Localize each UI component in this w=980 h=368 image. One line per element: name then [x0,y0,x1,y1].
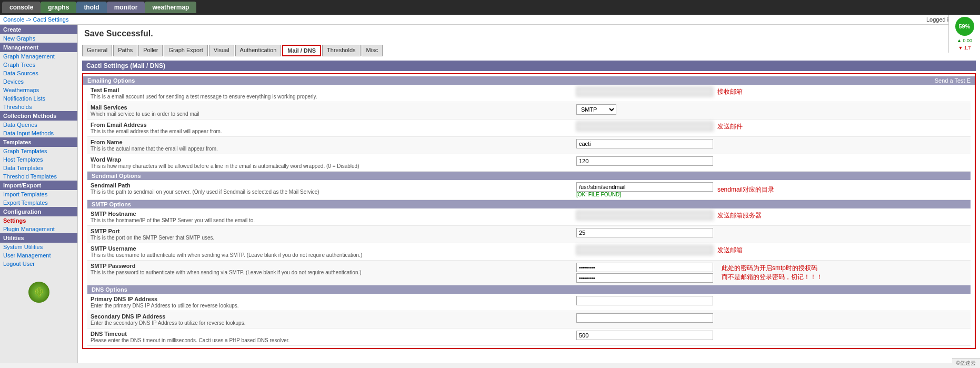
word-wrap-input[interactable] [576,156,713,166]
tab-graph-export[interactable]: Graph Export [164,45,207,56]
sendmail-path-desc: This is the path to sendmail on your ser… [91,189,570,195]
tab-general[interactable]: General [82,45,112,56]
sidebar-item-host-templates[interactable]: Host Templates [0,155,77,164]
nav-tab-monitor[interactable]: monitor [107,2,145,13]
sidebar-item-export-templates[interactable]: Export Templates [0,198,77,207]
status-circle: 59% [955,17,974,36]
tab-thresholds[interactable]: Thresholds [322,45,360,56]
table-row: From Email Address This is the email add… [87,120,971,137]
smtp-password-input[interactable] [576,263,713,272]
sidebar-item-plugin-management[interactable]: Plugin Management [0,225,77,233]
smtp-password-confirm-input[interactable] [576,273,713,283]
word-wrap-label: Word Wrap [91,156,570,163]
bottom-bar: ©亿速云 [952,358,980,363]
smtp-hostname-label: SMTP Hostname [91,211,570,217]
tab-mail-dns[interactable]: Mail / DNS [282,45,321,56]
emailing-options-table: Test Email This is a email account used … [87,85,971,172]
dns-timeout-input[interactable] [576,331,713,340]
right-stats-panel: 59% ▲ 0.00 ▼ 1.7 [948,15,980,53]
word-wrap-desc: This is how many characters will be allo… [91,163,570,169]
test-email-desc: This is a email account used for sending… [91,94,570,100]
sidebar-item-threshold-templates[interactable]: Threshold Templates [0,172,77,181]
smtp-port-label: SMTP Port [91,228,570,234]
sidebar-item-graph-templates[interactable]: Graph Templates [0,147,77,155]
secondary-dns-desc: Enter the secondary DNS IP Address to ut… [91,320,570,326]
sendmail-path-input[interactable] [576,182,713,192]
smtp-hostname-input[interactable] [576,211,713,220]
smtp-username-input[interactable] [576,245,713,255]
stat-down: ▼ 1.7 [958,45,971,51]
dns-options-header: DNS Options [87,285,971,294]
send-test-label: Send a Test E [935,77,971,84]
sidebar-item-notification-lists[interactable]: Notification Lists [0,94,77,103]
sidebar-item-new-graphs[interactable]: New Graphs [0,34,77,43]
sidebar-item-data-queries[interactable]: Data Queries [0,121,77,129]
tab-authentication[interactable]: Authentication [235,45,282,56]
sendmail-options-table: Sendmail Path This is the path to sendma… [87,180,971,200]
nav-tab-console[interactable]: console [2,2,41,13]
from-email-label: From Email Address [91,122,570,128]
content-area: Save Successful. General Paths Poller Gr… [78,25,980,363]
sidebar-header-configuration: Configuration [0,207,77,216]
from-email-desc: This is the email address that the email… [91,128,570,134]
table-row: SMTP Password This is the password to au… [87,261,971,285]
top-nav: console graphs thold monitor weathermap [0,0,980,15]
sidebar-item-settings[interactable]: Settings [0,216,77,225]
sidebar-item-logout[interactable]: Logout User [0,260,77,268]
dns-timeout-label: DNS Timeout [91,331,570,337]
breadcrumb-settings[interactable]: Cacti Settings [33,16,69,23]
smtp-port-desc: This is the port on the SMTP Server that… [91,235,570,241]
nav-tab-weathermap[interactable]: weathermap [145,2,196,13]
sidebar-item-weathermaps[interactable]: Weathermaps [0,86,77,94]
breadcrumb-console[interactable]: Console [3,16,24,23]
sidebar-item-graph-management[interactable]: Graph Management [0,52,77,61]
sidebar-item-data-templates[interactable]: Data Templates [0,164,77,172]
test-email-input[interactable] [576,87,713,96]
sendmail-options-header: Sendmail Options [87,172,971,180]
form-container: Emailing Options Send a Test E Test Emai… [82,73,976,349]
dns-timeout-desc: Please enter the DNS timeout in millisec… [91,337,570,343]
sidebar-header-utilities: Utilities [0,233,77,243]
breadcrumb-separator: -> [26,16,33,23]
smtp-options-header: SMTP Options [87,200,971,208]
mail-services-label: Mail Services [91,104,570,111]
sidebar-item-thresholds[interactable]: Thresholds [0,103,77,111]
sidebar-item-graph-trees[interactable]: Graph Trees [0,61,77,69]
from-email-input[interactable] [576,122,713,131]
tab-paths[interactable]: Paths [113,45,137,56]
from-name-input[interactable] [576,139,713,148]
table-row: From Name This is the actual name that t… [87,137,971,154]
sidebar-item-devices[interactable]: Devices [0,77,77,86]
smtp-password-desc: This is the password to authenticate wit… [91,270,570,275]
primary-dns-input[interactable] [576,296,713,305]
sidebar-item-data-sources[interactable]: Data Sources [0,69,77,77]
tab-misc[interactable]: Misc [362,45,383,56]
settings-tabs: General Paths Poller Graph Export Visual… [78,43,980,58]
primary-dns-desc: Enter the primary DNS IP Address to util… [91,303,570,309]
table-row: DNS Timeout Please enter the DNS timeout… [87,329,971,346]
smtp-username-desc: This is the username to authenticate wit… [91,252,570,258]
smtp-password-annotation: 此处的密码为开启smtp时的授权码 [722,264,823,273]
nav-tab-thold[interactable]: thold [76,2,106,13]
smtp-username-label: SMTP Username [91,245,570,252]
secondary-dns-label: Secondary DNS IP Address [91,313,570,320]
smtp-options-table: SMTP Hostname This is the hostname/IP of… [87,208,971,285]
dns-options-table: Primary DNS IP Address Enter the primary… [87,294,971,346]
table-row: Test Email This is a email account used … [87,85,971,102]
sidebar-item-data-input[interactable]: Data Input Methods [0,129,77,137]
nav-tab-graphs[interactable]: graphs [41,2,76,13]
mail-services-select[interactable]: SMTP Sendmail PHP Mail [576,104,616,115]
smtp-port-input[interactable] [576,228,713,237]
tab-poller[interactable]: Poller [138,45,163,56]
smtp-password-annotation2: 而不是邮箱的登录密码，切记！！！ [722,273,823,282]
save-message: Save Successful. [78,25,980,43]
table-row: Sendmail Path This is the path to sendma… [87,180,971,200]
sidebar-item-import-templates[interactable]: Import Templates [0,190,77,198]
tab-visual[interactable]: Visual [209,45,234,56]
sidebar-item-system-utilities[interactable]: System Utilities [0,243,77,251]
main-layout: Create New Graphs Management Graph Manag… [0,25,980,363]
sidebar-item-user-management[interactable]: User Management [0,251,77,260]
page-title: Cacti Settings (Mail / DNS) [82,61,976,71]
table-row: SMTP Port This is the port on the SMTP S… [87,226,971,243]
secondary-dns-input[interactable] [576,313,713,323]
